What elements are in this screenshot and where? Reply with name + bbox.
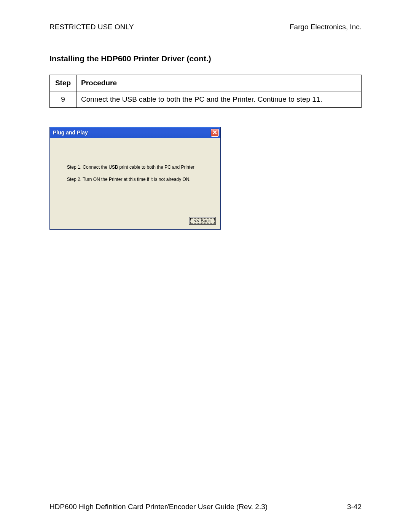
- header-left: RESTRICTED USE ONLY: [49, 23, 134, 31]
- procedure-table: Step Procedure 9 Connect the USB cable t…: [49, 75, 362, 108]
- footer-right: 3-42: [347, 503, 362, 511]
- close-button[interactable]: [211, 129, 219, 137]
- plug-and-play-dialog: Plug and Play Step 1. Connect the USB pr…: [49, 127, 221, 230]
- dialog-title: Plug and Play: [53, 129, 88, 136]
- cell-step: 9: [50, 91, 76, 108]
- back-button[interactable]: << Back: [189, 217, 216, 225]
- dialog-footer: << Back: [50, 214, 220, 229]
- col-step: Step: [50, 75, 76, 91]
- table-row: 9 Connect the USB cable to both the PC a…: [50, 91, 362, 108]
- header-right: Fargo Electronics, Inc.: [290, 23, 362, 31]
- dialog-body: Step 1. Connect the USB print cable to b…: [50, 138, 220, 214]
- col-procedure: Procedure: [76, 75, 362, 91]
- dialog-titlebar[interactable]: Plug and Play: [50, 127, 220, 138]
- section-title: Installing the HDP600 Printer Driver (co…: [49, 54, 362, 63]
- table-header-row: Step Procedure: [50, 75, 362, 91]
- page-header: RESTRICTED USE ONLY Fargo Electronics, I…: [49, 23, 362, 31]
- page-footer: HDP600 High Definition Card Printer/Enco…: [49, 503, 362, 511]
- cell-procedure: Connect the USB cable to both the PC and…: [76, 91, 362, 108]
- close-icon: [213, 129, 217, 136]
- footer-left: HDP600 High Definition Card Printer/Enco…: [49, 503, 268, 511]
- dialog-step-1: Step 1. Connect the USB print cable to b…: [67, 165, 209, 170]
- dialog-step-2: Step 2. Turn ON the Printer at this time…: [67, 177, 209, 182]
